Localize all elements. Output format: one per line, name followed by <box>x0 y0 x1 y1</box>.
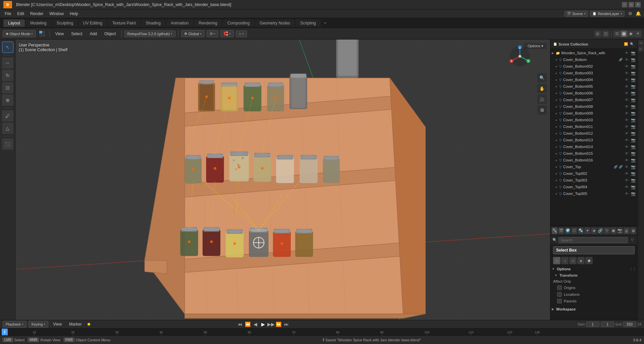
tool-icon-selectbox[interactable]: □ <box>553 257 560 264</box>
transport-play[interactable]: ▶ <box>260 321 267 328</box>
right-strip-btn-1[interactable]: ◁ <box>638 40 644 46</box>
shading-solid[interactable]: ⬤ <box>621 30 627 37</box>
tab-layout[interactable]: Layout <box>3 19 25 27</box>
renderlayer-selector[interactable]: 📋 RenderLayer ▾ <box>590 11 625 17</box>
tool-rotate[interactable]: ↻ <box>2 70 13 81</box>
props-icon-output[interactable]: 🖨 <box>624 227 629 234</box>
props-icon-material[interactable]: ◉ <box>610 227 616 234</box>
header-add[interactable]: Add <box>87 31 100 37</box>
proportional-editing[interactable]: ○ ▾ <box>236 30 247 37</box>
transport-jump-start[interactable]: ⏮ <box>236 321 244 328</box>
tab-uv-editing[interactable]: UV Editing <box>78 19 107 27</box>
transport-next-keyframe[interactable]: ⏩ <box>275 321 282 328</box>
transport-prev-frame[interactable]: ◀ <box>252 321 259 328</box>
frame-start-input[interactable] <box>586 322 599 327</box>
props-icon-scene[interactable]: 🎬 <box>558 227 564 234</box>
outliner-item-4[interactable]: ▸ ▽ Cover_Bottom005 👁 📷 <box>550 83 637 90</box>
addon-button[interactable]: RetopoFlow 3.2.6 (github) ▾ <box>124 30 176 37</box>
tool-icon-selectcircle[interactable]: ○ <box>561 257 569 264</box>
outliner-item-5[interactable]: ▸ ▽ Cover_Bottom006 👁 📷 <box>550 90 637 96</box>
outliner-eye-0[interactable]: 👁 <box>624 51 629 55</box>
tab-scripting[interactable]: Scripting <box>296 19 321 27</box>
tool-icon-select4[interactable]: ◈ <box>577 257 585 264</box>
shading-wireframe[interactable]: ⊡ <box>613 30 620 37</box>
outliner-item-17[interactable]: ▸ ▽ Cover_Top002 👁 📷 <box>550 170 637 177</box>
shading-material[interactable]: ◉ <box>628 30 634 37</box>
viewport[interactable]: User Perspective (1) Scene Collection | … <box>15 40 550 320</box>
item-0-cam[interactable]: 📷 <box>631 58 636 62</box>
transport-next-frame[interactable]: ▶▶ <box>267 321 275 328</box>
frame-current-input[interactable] <box>601 322 614 327</box>
topright-icon-2[interactable]: 🔔 <box>635 10 642 17</box>
locations-checkbox[interactable] <box>557 292 562 297</box>
props-icon-world[interactable]: 🌍 <box>565 227 571 234</box>
tab-shading[interactable]: Shading <box>141 19 165 27</box>
outliner-item-20[interactable]: ▸ ▽ Cover_Top005 👁 📷 <box>550 190 637 197</box>
header-select[interactable]: Select <box>68 31 85 37</box>
outliner-item-3[interactable]: ▸ ▽ Cover_Bottom004 👁 📷 <box>550 76 637 83</box>
header-object[interactable]: Object <box>102 31 119 37</box>
tool-icon-selectlasso[interactable]: ⬡ <box>569 257 577 264</box>
props-search-input[interactable] <box>558 237 628 243</box>
props-icon-view[interactable]: 🖥 <box>630 227 636 234</box>
keying-button[interactable]: Keying ▾ <box>29 321 49 328</box>
tool-transform[interactable]: ⊕ <box>2 94 13 106</box>
transform-orientations[interactable]: ⊕ Global ▾ <box>181 30 205 37</box>
timeline-marker-button[interactable]: Marker <box>66 321 84 327</box>
tab-animation[interactable]: Animation <box>166 19 193 27</box>
pivot-point[interactable]: ⊙ ▾ <box>207 30 218 37</box>
close-button[interactable]: × <box>635 2 641 7</box>
viewport-gizmo[interactable]: Z X Y <box>506 43 533 70</box>
overlay-icon[interactable]: ◎ <box>594 30 601 37</box>
outliner-item-6[interactable]: ▸ ▽ Cover_Bottom007 👁 📷 <box>550 96 637 103</box>
item-0-eye[interactable]: 👁 <box>624 58 629 62</box>
pan-button[interactable]: ✋ <box>537 84 547 93</box>
shading-rendered[interactable]: ☀ <box>635 30 641 37</box>
tool-move[interactable]: ↔ <box>2 57 13 69</box>
menu-render[interactable]: Render <box>28 11 46 17</box>
mode-selector[interactable]: ◈ Object Mode ▾ <box>3 30 36 37</box>
scene-selector[interactable]: 🎬 Scene ▾ <box>565 11 588 17</box>
outliner-item-19[interactable]: ▸ ▽ Cover_Top004 👁 📷 <box>550 184 637 190</box>
tab-geometry-nodes[interactable]: Geometry Nodes <box>255 19 295 27</box>
props-icon-particles[interactable]: ✦ <box>584 227 590 234</box>
props-icon-object[interactable]: ⬡ <box>571 227 577 234</box>
xray-toggle[interactable]: ◫ <box>602 30 609 37</box>
tab-texture-paint[interactable]: Texture Paint <box>108 19 141 27</box>
add-workspace-button[interactable]: + <box>321 19 329 27</box>
outliner-item-1[interactable]: ▸ ▽ Cover_Bottom002 👁 📷 <box>550 63 637 70</box>
snap-toggle[interactable]: 🧲 ▾ <box>220 30 234 37</box>
outliner-item-10[interactable]: ▸ ▽ Cover_Bottom011 👁 📷 <box>550 123 637 130</box>
workspace-section-header[interactable]: ▶ Workspace <box>550 306 637 313</box>
outliner-item-0[interactable]: ▸ ▽ Cover_Bottom 🔗 👁 📷 <box>550 56 637 63</box>
props-icon-tool[interactable]: 🔧 <box>552 227 557 234</box>
options-section-header[interactable]: ▼ Options ⋮⋮ <box>550 266 637 272</box>
tab-sculpting[interactable]: Sculpting <box>52 19 78 27</box>
props-icon-render[interactable]: 📷 <box>617 227 623 234</box>
tool-measure[interactable]: △ <box>2 123 13 134</box>
tool-select[interactable]: ↖ <box>2 42 13 53</box>
timeline-ruler[interactable]: 1 1 10 20 30 40 50 60 <box>0 329 644 335</box>
right-strip-btn-2[interactable]: ▷ <box>638 46 644 52</box>
minimize-button[interactable]: − <box>622 2 627 7</box>
tab-compositing[interactable]: Compositing <box>223 19 255 27</box>
menu-window[interactable]: Window <box>47 11 66 17</box>
outliner-item-15[interactable]: ▸ ▽ Cover_Bottom016 👁 📷 <box>550 157 637 163</box>
transform-subsection-header[interactable]: ▼ Transform <box>550 272 637 278</box>
zoom-in-button[interactable]: 🔍 <box>537 73 547 82</box>
header-view[interactable]: View <box>52 31 66 37</box>
outliner-item-9[interactable]: ▸ ▽ Cover_Bottom010 👁 📷 <box>550 117 637 123</box>
menu-edit[interactable]: Edit <box>14 11 27 17</box>
outliner-item-11[interactable]: ▸ ▽ Cover_Bottom012 👁 📷 <box>550 130 637 137</box>
frame-end-input[interactable] <box>623 322 636 327</box>
props-icon-modifier[interactable]: 🔩 <box>578 227 584 234</box>
props-filter-1[interactable]: ▽ <box>629 237 635 243</box>
tab-rendering[interactable]: Rendering <box>194 19 222 27</box>
outliner-item-12[interactable]: ▸ ▽ Cover_Bottom013 👁 📷 <box>550 137 637 143</box>
menu-help[interactable]: Help <box>67 11 81 17</box>
outliner-item-13[interactable]: ▸ ▽ Cover_Bottom014 👁 📷 <box>550 143 637 150</box>
tab-modeling[interactable]: Modeling <box>25 19 51 27</box>
timeline-view-button[interactable]: View <box>50 321 64 327</box>
menu-file[interactable]: File <box>2 11 14 17</box>
outliner-item-collection[interactable]: ▶ 📁 Wooden_Spice_Rack_with 👁 📷 <box>550 50 637 56</box>
